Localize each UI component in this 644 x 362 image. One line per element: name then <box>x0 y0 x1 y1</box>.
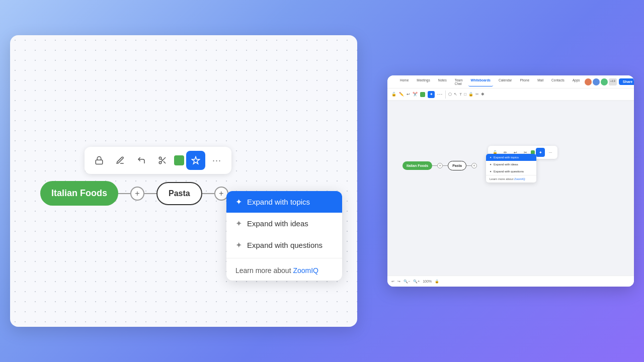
mini-add-1[interactable]: + <box>437 163 443 168</box>
main-whiteboard-card: ··· Italian Foods + Pasta + ✦ Expand wit… <box>10 35 357 327</box>
pen-button[interactable] <box>111 151 130 170</box>
svg-point-1 <box>159 157 162 159</box>
nav-calendar[interactable]: Calendar <box>496 77 514 86</box>
nav-items: Home Meetings Notes Team Chat Whiteboard… <box>397 77 583 86</box>
mini-mindmap: Italian Foods + Pasta + <box>403 161 477 170</box>
mini-ideas-item[interactable]: ✦ Expand with ideas <box>486 161 536 168</box>
st-divider <box>445 90 446 99</box>
avatar-2 <box>593 78 600 85</box>
connector-line-1 <box>118 193 130 194</box>
mini-more[interactable]: ··· <box>546 148 555 157</box>
svg-line-5 <box>161 159 163 160</box>
user-avatars: +13 <box>585 78 617 85</box>
st-icon-1[interactable]: ⬡ <box>448 92 452 97</box>
scissors-button[interactable] <box>153 151 172 170</box>
st-ai[interactable]: ✦ <box>428 91 435 98</box>
mini-zoomiq-link[interactable]: ZoomIQ <box>514 177 525 180</box>
mini-connector-2 <box>443 165 448 166</box>
color-picker[interactable] <box>174 155 184 165</box>
undo-button[interactable] <box>132 151 151 170</box>
expand-ideas-label: Expand with ideas <box>247 219 308 228</box>
bottom-zoom-out[interactable]: 🔍− <box>404 280 410 284</box>
st-icon-3[interactable]: T <box>459 92 462 97</box>
sparkle-icon-ideas: ✦ <box>235 219 242 228</box>
sparkle-icon-topics: ✦ <box>235 197 242 207</box>
mini-topics-label: Expand with topics <box>494 156 519 159</box>
dropdown-footer: Learn more about ZoomIQ <box>226 260 342 281</box>
bottom-zoom-level: 100% <box>423 280 432 283</box>
toolbar: ··· <box>85 147 231 174</box>
svg-line-4 <box>164 161 166 163</box>
mini-pasta-node[interactable]: Pasta <box>448 161 466 170</box>
expand-ideas-item[interactable]: ✦ Expand with ideas <box>226 213 342 234</box>
lock-button[interactable] <box>90 151 109 170</box>
share-button[interactable]: Share <box>619 78 634 85</box>
avatar-count: +13 <box>609 78 617 85</box>
mini-dropdown: ✦ Expand with topics ✦ Expand with ideas… <box>486 154 536 183</box>
st-undo[interactable]: ↩ <box>407 92 410 97</box>
bottom-lock-icon[interactable]: 🔒 <box>435 280 439 284</box>
nav-whiteboards[interactable]: Whiteboards <box>468 77 493 86</box>
bottom-zoom-in[interactable]: 🔍+ <box>413 280 420 284</box>
zoomiq-link[interactable]: ZoomIQ <box>293 266 318 275</box>
nav-teamchat[interactable]: Team Chat <box>452 77 465 86</box>
pasta-node[interactable]: Pasta <box>156 182 202 205</box>
nav-contacts[interactable]: Contacts <box>549 77 567 86</box>
nav-mail[interactable]: Mail <box>535 77 546 86</box>
expand-topics-item[interactable]: ✦ Expand with topics <box>226 191 342 213</box>
connector-line-3 <box>202 193 214 194</box>
nav-home[interactable]: Home <box>397 77 411 86</box>
bottom-undo[interactable]: ↩ <box>391 280 394 284</box>
add-node-button-1[interactable]: + <box>130 187 144 201</box>
mini-sparkle-2: ✦ <box>490 163 492 166</box>
avatar-1 <box>585 78 592 85</box>
mindmap-area: Italian Foods + Pasta + <box>40 181 228 206</box>
st-more[interactable]: ··· <box>437 92 443 97</box>
mini-questions-label: Expand with questions <box>494 170 524 173</box>
mini-connector-3 <box>466 165 471 166</box>
expand-topics-label: Expand with topics <box>247 198 310 206</box>
st-icon-4[interactable]: □ <box>464 92 466 97</box>
nav-notes[interactable]: Notes <box>436 77 449 86</box>
st-pen[interactable]: ✏️ <box>399 92 404 97</box>
mini-topics-item[interactable]: ✦ Expand with topics <box>486 154 536 161</box>
nav-actions: +13 Share <box>585 78 634 85</box>
mini-footer: Learn more about ZoomIQ <box>486 175 536 183</box>
secondary-toolbar: 🔓 ✏️ ↩ ✂️ ✦ ··· ⬡ ↖ T □ 🔒 ✂ ✱ <box>387 88 634 101</box>
more-button[interactable]: ··· <box>207 151 226 170</box>
expand-questions-label: Expand with questions <box>247 241 323 249</box>
mini-italian-node[interactable]: Italian Foods <box>403 161 432 170</box>
mini-connector-1 <box>432 165 437 166</box>
secondary-navbar: Z Home Meetings Notes Team Chat Whiteboa… <box>387 75 634 88</box>
svg-rect-0 <box>96 160 103 164</box>
secondary-bottombar: ↩ ↪ 🔍− 🔍+ 100% 🔒 <box>387 276 634 287</box>
secondary-canvas: 🔓 ✏ ↩ ✂ ✦ ··· Italian Foods + Pasta + ✦ … <box>387 102 634 276</box>
ai-dropdown-menu: ✦ Expand with topics ✦ Expand with ideas… <box>226 191 342 281</box>
st-icon-6[interactable]: ✂ <box>475 92 479 97</box>
avatar-3 <box>601 78 608 85</box>
mini-sparkle-3: ✦ <box>490 170 492 173</box>
footer-text: Learn more about <box>235 266 293 275</box>
dropdown-divider <box>226 258 342 258</box>
mini-questions-item[interactable]: ✦ Expand with questions <box>486 168 536 175</box>
mini-ai[interactable]: ✦ <box>536 148 545 157</box>
st-icon-5[interactable]: 🔒 <box>468 92 473 97</box>
mini-ideas-label: Expand with ideas <box>494 163 518 166</box>
connector-line-2 <box>144 193 156 194</box>
expand-questions-item[interactable]: ✦ Expand with questions <box>226 234 342 256</box>
nav-apps[interactable]: Apps <box>570 77 583 86</box>
nav-phone[interactable]: Phone <box>517 77 532 86</box>
st-icon-2[interactable]: ↖ <box>454 92 457 97</box>
sparkle-icon-questions: ✦ <box>235 240 242 250</box>
ai-button[interactable] <box>186 151 205 170</box>
mini-add-2[interactable]: + <box>471 163 477 168</box>
mini-sparkle-1: ✦ <box>490 156 492 159</box>
st-scissors[interactable]: ✂️ <box>413 92 418 97</box>
st-lock[interactable]: 🔓 <box>391 92 396 97</box>
nav-meetings[interactable]: Meetings <box>414 77 432 86</box>
bottom-redo[interactable]: ↪ <box>397 280 400 284</box>
italian-foods-node[interactable]: Italian Foods <box>40 181 118 206</box>
st-color[interactable] <box>420 92 425 97</box>
st-icons-group: ⬡ ↖ T □ 🔒 ✂ ✱ <box>448 92 485 97</box>
st-icon-7[interactable]: ✱ <box>481 92 485 97</box>
